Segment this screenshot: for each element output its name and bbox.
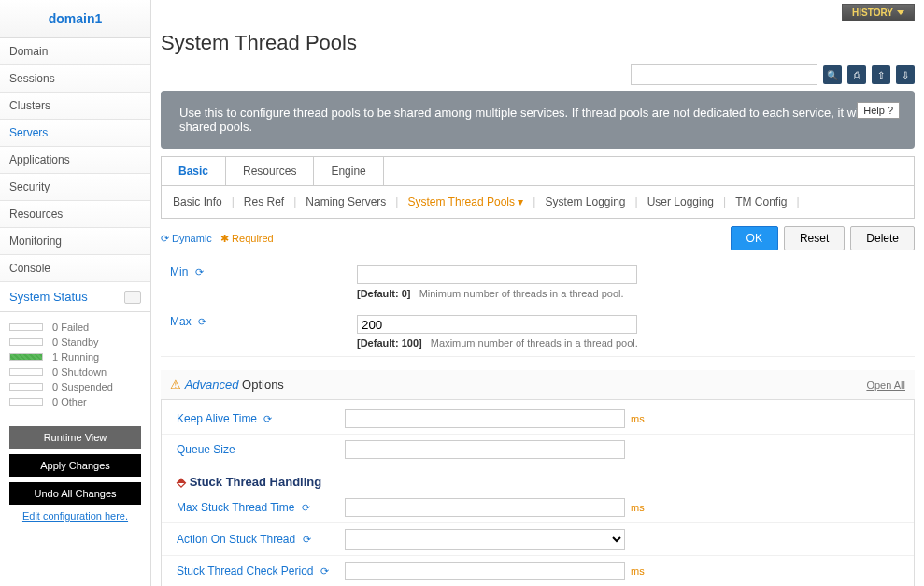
search-input[interactable] [631,64,817,85]
subtab-basic-info[interactable]: Basic Info [173,195,222,208]
divider: | [723,195,726,208]
divider: | [533,195,535,208]
status-row-other: 0 Other [9,394,141,409]
warning-icon: ⚠ [170,378,181,392]
history-label: HISTORY [852,7,893,18]
description-banner: Use this to configure thread pools to be… [161,91,915,149]
search-icon[interactable]: 🔍 [823,65,842,84]
sidebar-item-resources[interactable]: Resources [0,201,150,228]
dynamic-label: Dynamic [172,233,212,244]
runtime-view-button[interactable]: Runtime View [9,426,141,449]
sidebar-item-sessions[interactable]: Sessions [0,65,150,93]
dynamic-icon: ⟳ [161,233,169,244]
divider: | [797,195,800,208]
sidebar-buttons: Runtime View Apply Changes Undo All Chan… [0,417,150,531]
action-row: Action On Stuck Thread ⟳ [162,523,914,556]
check-period-input[interactable] [345,562,625,580]
status-bar-icon [9,338,43,346]
tab-basic[interactable]: Basic [162,157,226,185]
xml-export-icon[interactable]: ⇧ [872,65,890,84]
chevron-down-icon [897,10,904,15]
dynamic-icon: ⟳ [302,502,310,513]
status-bar-icon [9,368,43,376]
status-list: 0 Failed0 Standby1 Running0 Shutdown0 Su… [0,312,150,417]
apply-changes-button[interactable]: Apply Changes [9,454,141,477]
print-icon[interactable]: ⎙ [847,65,866,84]
xml-import-icon[interactable]: ⇩ [896,65,915,84]
status-text: 0 Standby [52,336,99,348]
main-content: HISTORY System Thread Pools 🔍 ⎙ ⇧ ⇩ Use … [151,0,924,586]
max-stuck-input[interactable] [345,498,625,517]
history-button[interactable]: HISTORY [842,4,915,21]
app-container: domain1 DomainSessionsClustersServersApp… [0,0,924,586]
sidebar-item-monitoring[interactable]: Monitoring [0,228,150,255]
max-label: Max [170,315,192,328]
status-row-shutdown: 0 Shutdown [9,364,141,379]
description-text: Use this to configure thread pools to be… [179,106,887,134]
advanced-header[interactable]: ⚠ Advanced Options Open All [161,370,915,400]
check-period-unit: ms [631,565,645,577]
status-bar-icon [9,323,43,331]
min-input[interactable] [357,265,637,284]
advanced-title: ⚠ Advanced Options [170,378,284,392]
help-icon: ? [888,105,893,116]
divider: | [293,195,296,208]
sidebar-item-servers[interactable]: Servers [0,120,150,147]
sidebar-nav: DomainSessionsClustersServersApplication… [0,38,150,282]
legend: ⟳ Dynamic ✱ Required [161,233,274,245]
delete-button[interactable]: Delete [850,226,915,250]
status-text: 0 Failed [52,322,89,333]
subtab-system-logging[interactable]: System Logging [545,195,625,208]
status-row-suspended: 0 Suspended [9,379,141,394]
ok-button[interactable]: OK [731,226,778,250]
max-stuck-label: Max Stuck Thread Time [177,501,295,514]
status-row-failed: 0 Failed [9,320,141,335]
section-icon: ⬘ [177,475,186,489]
max-input[interactable] [357,315,637,334]
status-row-running: 1 Running [9,350,141,364]
action-select[interactable] [345,529,625,550]
subtab-tm-config[interactable]: TM Config [735,195,787,208]
tab-engine[interactable]: Engine [314,157,383,185]
edit-config-link[interactable]: Edit configuration here. [9,510,141,522]
queue-size-label: Queue Size [177,443,235,456]
action-label: Action On Stuck Thread [177,533,295,546]
status-row-standby: 0 Standby [9,335,141,350]
check-period-row: Stuck Thread Check Period ⟳ ms [162,556,914,586]
subtab-naming-servers[interactable]: Naming Servers [306,195,386,208]
divider: | [232,195,235,208]
min-row: Min ⟳ [Default: 0] Minimum number of thr… [161,258,915,307]
status-text: 0 Shutdown [52,366,107,378]
max-row: Max ⟳ [Default: 100] Maximum number of t… [161,307,915,357]
action-buttons: OK Reset Delete [731,226,915,250]
keep-alive-label: Keep Alive Time [177,412,257,425]
subtab-system-thread-pools[interactable]: System Thread Pools ▾ [407,195,523,208]
system-status-header[interactable]: System Status [0,282,150,312]
dynamic-icon: ⟳ [198,316,206,327]
domain-header[interactable]: domain1 [0,0,150,38]
sidebar-item-security[interactable]: Security [0,174,150,201]
system-status-label: System Status [9,290,88,304]
tab-resources[interactable]: Resources [226,157,314,185]
divider: | [395,195,398,208]
queue-size-input[interactable] [345,440,625,459]
dynamic-icon: ⟳ [195,266,204,278]
open-all-link[interactable]: Open All [866,379,905,391]
max-stuck-row: Max Stuck Thread Time ⟳ ms [162,493,914,523]
max-hint: [Default: 100] Maximum number of threads… [357,337,905,349]
help-button[interactable]: Help ? [857,102,900,119]
subtab-user-logging[interactable]: User Logging [647,195,714,208]
sidebar-item-domain[interactable]: Domain [0,38,150,65]
undo-all-button[interactable]: Undo All Changes [9,482,141,505]
stuck-thread-header: ⬘ Stuck Thread Handling [162,465,914,493]
search-toolbar: 🔍 ⎙ ⇧ ⇩ [161,64,915,85]
sidebar-item-applications[interactable]: Applications [0,147,150,174]
subtab-res-ref[interactable]: Res Ref [244,195,284,208]
reset-button[interactable]: Reset [784,226,845,250]
keep-alive-input[interactable] [345,409,625,428]
queue-size-row: Queue Size [162,435,914,465]
sidebar-item-clusters[interactable]: Clusters [0,93,150,120]
sidebar-item-console[interactable]: Console [0,255,150,282]
max-stuck-unit: ms [631,502,645,513]
keep-alive-row: Keep Alive Time ⟳ ms [162,404,914,435]
